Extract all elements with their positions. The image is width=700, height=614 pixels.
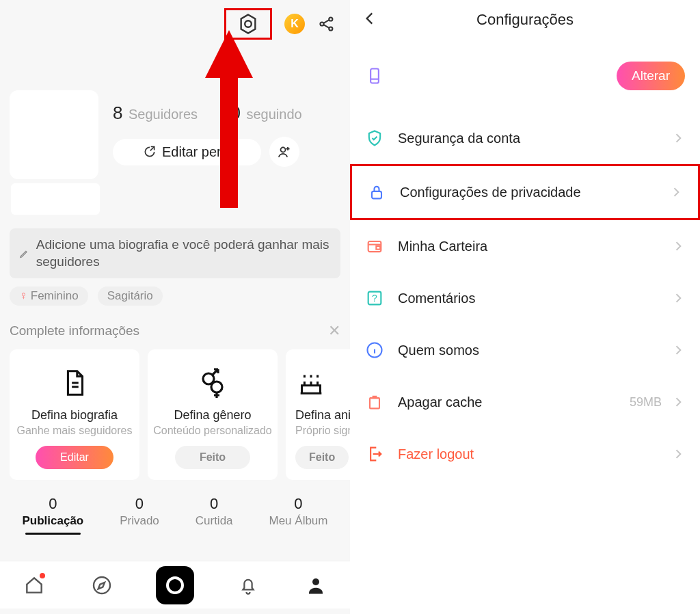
following-label: seguindo [246,107,301,122]
back-icon[interactable] [361,10,379,27]
svg-point-2 [329,17,332,21]
add-friend-button[interactable] [269,137,299,167]
info-icon [365,341,384,360]
following-count: 10 [221,103,241,123]
camera-icon [166,576,184,594]
settings-account-security[interactable]: Segurança da conta [350,112,700,164]
complete-info-header: Complete informações ✕ [10,322,340,340]
tab-label: Curtida [196,514,233,528]
card-define-birthday[interactable]: Defina aniversário Próprio signo Feito [286,349,350,479]
gear-icon [236,12,260,36]
svg-point-6 [211,382,222,392]
chevron-right-icon [671,239,685,253]
edit-icon [143,145,157,159]
tab-my-album[interactable]: 0 Meu Álbum [265,492,332,535]
card-edit-button[interactable]: Editar [36,446,113,469]
settings-my-wallet[interactable]: Minha Carteira [350,220,700,272]
nav-explore[interactable] [88,572,116,599]
chevron-right-icon [671,395,685,409]
card-subtitle: Próprio signo [295,424,350,437]
tab-label: Publicação [22,514,83,528]
edit-profile-button[interactable]: Editar perfil [113,139,261,165]
card-subtitle: Conteúdo personalizado [153,424,271,437]
profile-tags: ♀ Feminino Sagitário [10,286,340,306]
settings-about-us[interactable]: Quem somos [350,324,700,376]
phone-icon [365,66,384,85]
followers-count: 8 [113,103,122,123]
cake-icon [295,367,327,399]
coin-icon[interactable]: K [284,14,305,34]
bottom-nav [0,561,350,609]
svg-point-3 [329,27,332,30]
settings-label: Minha Carteira [398,239,671,254]
question-icon: ? [365,289,384,308]
tab-label: Privado [120,514,159,528]
tab-count: 0 [196,495,233,513]
complete-info-cards: Defina biografia Ganhe mais seguidores E… [10,349,350,479]
card-define-gender[interactable]: Defina gênero Conteúdo personalizado Fei… [148,349,278,479]
gender-tag[interactable]: ♀ Feminino [10,286,88,306]
tab-count: 0 [120,495,159,513]
card-done-button[interactable]: Feito [295,446,349,469]
chevron-right-icon [671,343,685,357]
settings-comments[interactable]: ? Comentários [350,272,700,324]
notification-dot-icon [40,573,45,578]
settings-label: Apagar cache [398,395,630,410]
logout-icon [365,444,384,464]
settings-list: Alterar Segurança da conta Configurações… [350,40,700,480]
add-person-icon [276,144,293,160]
card-done-button[interactable]: Feito [175,446,250,469]
username-placeholder [11,183,100,215]
bio-hint-text: Adicione uma biografia e você poderá gan… [36,237,331,270]
close-icon[interactable]: ✕ [328,322,340,340]
settings-screen: Configurações Alterar Segurança da conta… [350,0,700,614]
svg-rect-11 [372,191,381,199]
alterar-button[interactable]: Alterar [617,62,685,90]
card-title: Defina biografia [31,408,118,423]
pencil-icon [19,248,29,260]
gender-icon [196,366,229,399]
svg-rect-10 [371,69,379,83]
svg-point-7 [94,577,110,593]
svg-text:?: ? [372,293,377,304]
person-icon [306,575,326,596]
share-icon[interactable] [317,14,336,34]
settings-label: Quem somos [398,343,671,358]
settings-logout[interactable]: Fazer logout [350,428,700,480]
settings-label: Configurações de privacidade [400,185,669,200]
chevron-right-icon [671,131,685,145]
settings-title: Configurações [476,11,574,29]
nav-notifications[interactable] [234,572,262,599]
followers-stat[interactable]: 8 Seguidores [113,103,198,124]
profile-summary: 8 Seguidores 10 seguindo Editar perfil [0,42,350,124]
shield-icon [365,129,384,148]
settings-phone-row[interactable]: Alterar [350,40,700,112]
following-stat[interactable]: 10 seguindo [221,103,302,124]
nav-home[interactable] [21,572,48,599]
bio-hint[interactable]: Adicione uma biografia e você poderá gan… [10,228,340,278]
profile-screen: K 8 Seguidores 10 seguindo Editar perfil [0,0,350,614]
chevron-right-icon [669,185,683,199]
settings-label: Comentários [398,291,671,306]
tab-private[interactable]: 0 Privado [116,492,163,535]
tab-count: 0 [22,495,83,513]
zodiac-tag[interactable]: Sagitário [98,286,163,306]
settings-clear-cache[interactable]: Apagar cache 59MB [350,376,700,428]
tab-label: Meu Álbum [269,514,328,528]
tab-liked[interactable]: 0 Curtida [191,492,237,535]
svg-point-4 [281,148,286,152]
avatar[interactable] [10,90,98,179]
svg-point-1 [320,22,323,25]
tab-publications[interactable]: 0 Publicação [18,492,88,535]
settings-button-highlight[interactable] [224,8,272,40]
profile-header: K [0,0,350,42]
followers-label: Seguidores [129,107,198,122]
bell-icon [238,575,258,596]
card-define-bio[interactable]: Defina biografia Ganhe mais seguidores E… [10,349,139,479]
cache-size: 59MB [630,395,662,410]
settings-privacy[interactable]: Configurações de privacidade [350,164,700,220]
compass-icon [91,574,113,596]
tab-count: 0 [269,495,328,513]
nav-profile[interactable] [302,572,329,599]
nav-camera[interactable] [156,566,194,604]
